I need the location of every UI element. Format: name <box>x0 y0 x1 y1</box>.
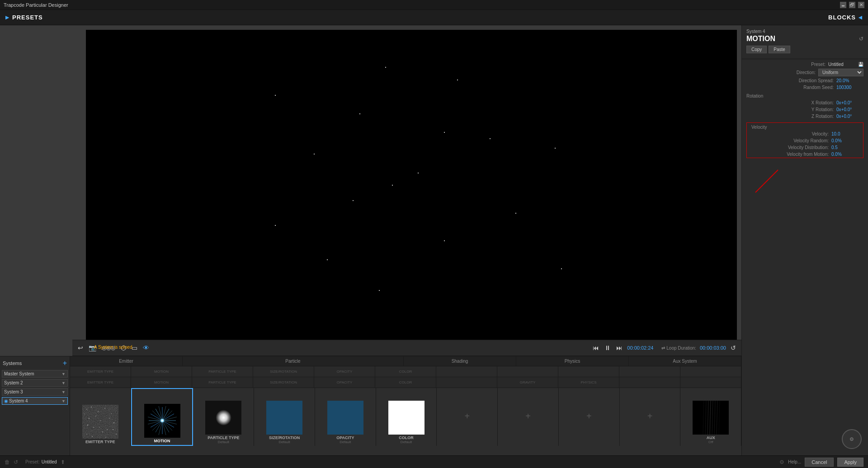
settings-icon[interactable]: ⚙ <box>779 459 784 465</box>
row1-opacity[interactable]: OPACITY <box>314 366 375 377</box>
thumb-particle-type[interactable]: PARTICLE TYPE Default <box>193 388 254 446</box>
pause-button[interactable]: ⏸ <box>604 344 612 351</box>
system-item-4[interactable]: ◉ System 4 ▼ <box>2 397 68 405</box>
copy-button[interactable]: Copy <box>746 46 767 53</box>
thumb-opacity[interactable]: OPACITY Default <box>315 388 376 446</box>
titlebar-title: Trapcode Particular Designer <box>4 2 68 8</box>
velocity-distribution-value[interactable]: 0.5 <box>831 145 859 150</box>
row1-emitter-type[interactable]: EMITTER TYPE <box>70 366 131 377</box>
export-icon[interactable]: ⬆ <box>61 459 65 465</box>
thumb-aux[interactable]: AUX Off <box>680 388 741 446</box>
add-system-button[interactable]: + <box>63 359 67 367</box>
close-button[interactable]: ✕ <box>858 2 864 8</box>
thumb-particle-type-sublabel: Default <box>218 440 229 444</box>
shading-plus-1[interactable]: + <box>437 388 498 446</box>
row1-physics2[interactable] <box>619 366 680 377</box>
physics-plus-icon-1: + <box>586 411 592 421</box>
eye-button[interactable]: 👁 <box>142 344 150 351</box>
row2-shading1[interactable] <box>436 377 497 388</box>
row2-opacity[interactable]: OPACITY <box>314 377 375 388</box>
minimize-button[interactable]: 🗕 <box>840 2 846 8</box>
blocks-label[interactable]: BLOCKS ◀ <box>828 14 863 21</box>
cat-emitter: Emitter <box>70 356 183 366</box>
row2-gravity[interactable]: GRAVITY <box>497 377 558 388</box>
svg-point-12 <box>102 431 103 433</box>
z-rotation-value[interactable]: 0x+0.0° <box>836 114 863 119</box>
row2-physics[interactable]: PHYSICS <box>558 377 619 388</box>
system-dropdown-3[interactable]: ▼ <box>61 390 66 394</box>
cancel-button[interactable]: Cancel <box>805 458 834 467</box>
system-item-3[interactable]: System 3 ▼ <box>2 388 68 396</box>
svg-line-37 <box>162 421 177 424</box>
row2-motion[interactable]: MOTION <box>131 377 192 388</box>
reset-icon[interactable]: ↺ <box>859 36 863 42</box>
random-seed-value[interactable]: 100300 <box>836 85 863 90</box>
maximize-button[interactable]: 🗗 <box>849 2 855 8</box>
system-dropdown-master[interactable]: ▼ <box>61 372 66 376</box>
aux-image <box>693 401 729 435</box>
svg-point-47 <box>161 420 163 421</box>
preset-label: Preset: <box>767 62 826 67</box>
shading-plus-2[interactable]: + <box>498 388 559 446</box>
row1-shading1[interactable] <box>436 366 497 377</box>
svg-point-21 <box>105 437 106 438</box>
system-dropdown-2[interactable]: ▼ <box>61 381 66 385</box>
row1-size-rotation[interactable]: SIZE/ROTATION <box>253 366 314 377</box>
trash-icon[interactable]: 🗑 <box>5 459 10 465</box>
direction-select[interactable]: Uniform Directional Bi-Directional <box>818 69 863 76</box>
row2-particle-type[interactable]: PARTICLE TYPE <box>192 377 253 388</box>
status-preset-label: Preset: <box>25 459 40 464</box>
skip-start-button[interactable]: ⏮ <box>592 344 600 351</box>
shading-plus-icon-1: + <box>464 411 470 421</box>
row1-aux[interactable] <box>680 366 741 377</box>
skip-end-button[interactable]: ⏭ <box>615 344 623 351</box>
undo-button[interactable]: ↩ <box>77 344 84 351</box>
row1-particle-type[interactable]: PARTICLE TYPE <box>192 366 253 377</box>
systems-panel: Systems + Master System ▼ System 2 ▼ Sys… <box>0 356 70 455</box>
row2-emitter-type[interactable]: EMITTER TYPE <box>70 377 131 388</box>
row2-physics2[interactable] <box>619 377 680 388</box>
svg-line-52 <box>705 401 706 435</box>
physics-plus-1[interactable]: + <box>559 388 620 446</box>
direction-spread-value[interactable]: 20.0% <box>836 78 863 83</box>
velocity-from-motion-value[interactable]: 0.0% <box>831 152 859 157</box>
help-link[interactable]: Help... <box>788 459 801 464</box>
system-item-2[interactable]: System 2 ▼ <box>2 379 68 387</box>
thumb-emitter-type[interactable]: EMITTER TYPE <box>70 388 131 446</box>
bottom-section: Systems + Master System ▼ System 2 ▼ Sys… <box>0 356 741 455</box>
row2-color[interactable]: COLOR <box>375 377 436 388</box>
thumb-size-rotation[interactable]: SIZE/ROTATION Default <box>254 388 315 446</box>
row1-color[interactable]: COLOR <box>375 366 436 377</box>
thumb-color[interactable]: COLOR Default <box>376 388 437 446</box>
y-rotation-value[interactable]: 0x+0.0° <box>836 107 863 112</box>
system-item-master[interactable]: Master System ▼ <box>2 370 68 378</box>
red-arrow-svg <box>751 165 787 197</box>
svg-point-1 <box>86 409 87 410</box>
system-dropdown-4[interactable]: ▼ <box>61 399 66 403</box>
row1-physics1[interactable] <box>558 366 619 377</box>
row2-size-rotation[interactable]: SIZE/ROTATION <box>253 377 314 388</box>
svg-point-16 <box>109 418 110 419</box>
velocity-random-value[interactable]: 0.0% <box>831 138 859 143</box>
statusbar: 🗑 ↺ Preset: Untitled ⬆ ⚙ Help... Cancel … <box>0 455 868 468</box>
status-preset-display: Preset: Untitled <box>25 459 57 464</box>
presets-label[interactable]: ▶ PRESETS <box>5 14 43 21</box>
apply-button[interactable]: Apply <box>837 458 863 467</box>
velocity-value[interactable]: 10.0 <box>831 131 859 136</box>
undo-status-icon[interactable]: ↺ <box>14 459 18 465</box>
x-rotation-value[interactable]: 0x+0.0° <box>836 100 863 105</box>
thumb-motion[interactable]: MOTION <box>131 388 193 446</box>
velocity-from-motion-label: Velocity from Motion: <box>770 152 829 157</box>
row1-motion[interactable]: MOTION <box>131 366 192 377</box>
save-preset-icon[interactable]: 💾 <box>858 62 863 67</box>
row2-aux[interactable] <box>680 377 741 388</box>
thumb-emitter-type-label: EMITTER TYPE <box>85 440 115 444</box>
cat-particle: Particle <box>183 356 404 366</box>
paste-button[interactable]: Paste <box>769 46 790 53</box>
systems-header: Systems + <box>2 358 68 370</box>
svg-line-51 <box>708 401 708 435</box>
row1-shading2[interactable] <box>497 366 558 377</box>
loop-time-display: 00:00:03:00 <box>700 345 726 351</box>
physics-plus-2[interactable]: + <box>620 388 681 446</box>
reset-time-button[interactable]: ↺ <box>730 344 737 351</box>
